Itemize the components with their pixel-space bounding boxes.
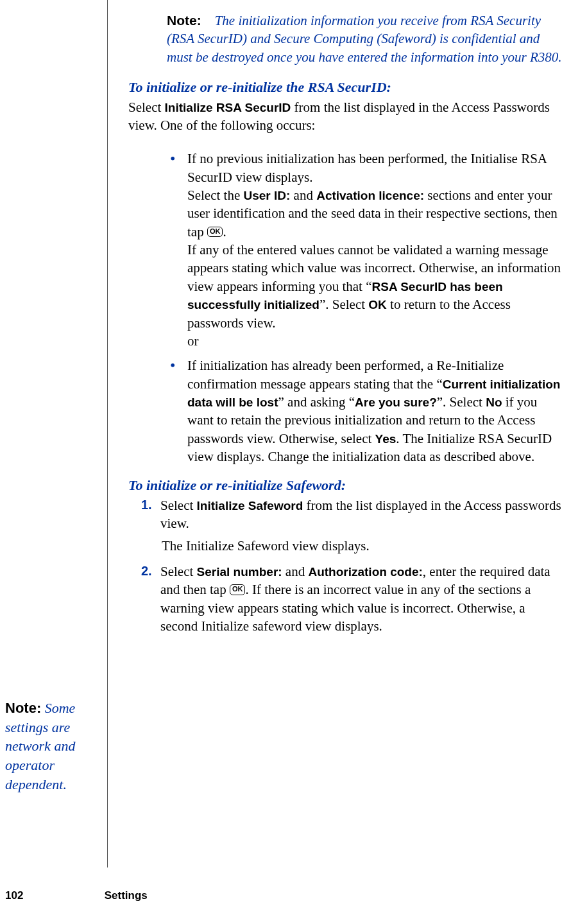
bullet-item: If no previous initialization has been p… bbox=[167, 150, 565, 350]
bullet-list: If no previous initialization has been p… bbox=[167, 150, 565, 466]
bullet-text: and bbox=[290, 187, 316, 203]
step-text: and bbox=[282, 564, 309, 579]
note-label: Note: bbox=[167, 13, 201, 28]
bullet-text: ”. Select bbox=[320, 297, 368, 312]
step-bold: Initialize Safeword bbox=[197, 499, 303, 512]
bullet-text: If no previous initialization has been p… bbox=[187, 151, 547, 184]
manual-page: Note: Some settings are network and oper… bbox=[0, 0, 571, 924]
heading-safeword: To initialize or re-initialize Safeword: bbox=[128, 476, 565, 495]
intro-rsa: Select Initialize RSA SecurID from the l… bbox=[128, 98, 565, 135]
step-number: 1. bbox=[141, 496, 152, 514]
heading-rsa: To initialize or re-initialize the RSA S… bbox=[128, 78, 565, 97]
bullet-item: If initialization has already been perfo… bbox=[167, 356, 565, 466]
numbered-list: 1. Select Initialize Safeword from the l… bbox=[141, 496, 565, 635]
main-column: Note: The initialization information you… bbox=[128, 12, 565, 635]
section-title: Settings bbox=[105, 889, 148, 902]
vertical-rule bbox=[107, 0, 108, 867]
intro-bold: Initialize RSA SecurID bbox=[165, 101, 291, 114]
bullet-bold: Are you sure? bbox=[355, 396, 437, 409]
step-bold: Authorization code: bbox=[308, 565, 422, 579]
ok-icon: OK bbox=[230, 584, 246, 595]
bullet-bold: Yes bbox=[375, 432, 396, 446]
numbered-item: 1. Select Initialize Safeword from the l… bbox=[141, 496, 565, 555]
bullet-text: ”. Select bbox=[437, 394, 486, 410]
numbered-item: 2. Select Serial number: and Authorizati… bbox=[141, 562, 565, 635]
step-text: Select bbox=[160, 498, 197, 513]
bullet-bold: User ID: bbox=[243, 189, 290, 202]
margin-note: Note: Some settings are network and oper… bbox=[5, 699, 101, 794]
bullet-text: or bbox=[187, 333, 199, 349]
margin-note-label: Note: bbox=[5, 700, 41, 716]
note-body: The initialization information you recei… bbox=[167, 13, 561, 65]
ok-icon: OK bbox=[207, 227, 223, 237]
bullet-bold: Activation licence: bbox=[316, 189, 424, 202]
step-text: Select bbox=[160, 564, 197, 579]
bullet-bold: No bbox=[486, 396, 502, 409]
bullet-text: Select the bbox=[187, 187, 243, 203]
step-bold: Serial number: bbox=[197, 565, 282, 579]
note-block: Note: The initialization information you… bbox=[167, 12, 565, 66]
intro-text-a: Select bbox=[128, 100, 165, 115]
bullet-text: . bbox=[223, 224, 226, 240]
step-number: 2. bbox=[141, 562, 152, 580]
step-subtext: The Initialize Safeword view displays. bbox=[162, 537, 565, 555]
bullet-bold: OK bbox=[368, 298, 387, 311]
bullet-text: ” and asking “ bbox=[278, 394, 355, 410]
page-footer: 102 Settings bbox=[5, 889, 148, 903]
page-number: 102 bbox=[5, 889, 101, 903]
